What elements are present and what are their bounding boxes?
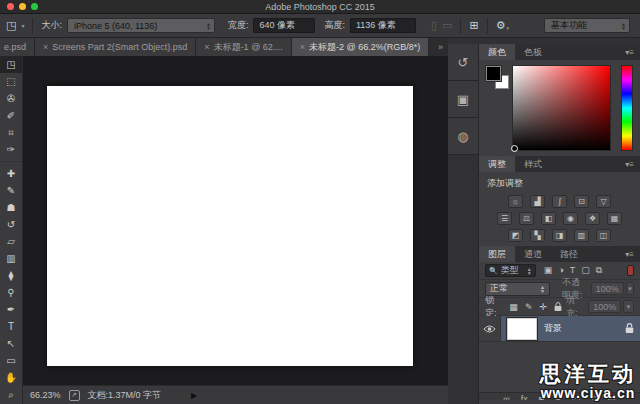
tab-close-icon[interactable]: × (43, 42, 48, 52)
tab-layers[interactable]: 图层 (479, 246, 515, 262)
hue-saturation-icon[interactable]: ☰ (497, 212, 512, 225)
layer-filter-toggle[interactable] (627, 265, 634, 276)
marquee-tool[interactable]: ⬚ (0, 73, 22, 90)
brush-tool[interactable]: ✎ (0, 182, 22, 199)
panel-menu-icon[interactable]: ▾≡ (619, 246, 640, 262)
path-selection-tool[interactable]: ↖ (0, 335, 22, 352)
invert-icon[interactable]: ◩ (508, 229, 523, 242)
layer-lock-icon[interactable] (625, 323, 634, 334)
move-artboard-tool-icon: ◳ (6, 60, 15, 70)
gradient-map-icon[interactable]: ▥ (574, 229, 589, 242)
tool-preset-caret-icon[interactable]: ▾ (21, 22, 24, 29)
tab-styles[interactable]: 样式 (515, 156, 551, 172)
spectrum-cursor[interactable] (511, 145, 518, 152)
eraser-tool[interactable]: ▱ (0, 233, 22, 250)
workspace-select[interactable]: 基本功能 ▲▼ (544, 18, 630, 33)
device-preview-panel-button[interactable]: ▣ (448, 81, 478, 118)
blur-tool[interactable]: ⧫ (0, 267, 22, 284)
type-layer-filter-icon[interactable]: T (570, 265, 576, 276)
status-popup-arrow-icon[interactable]: ▶ (191, 391, 197, 400)
width-input[interactable]: 640 像素 (253, 18, 315, 33)
gradient-tool[interactable]: ▥ (0, 250, 22, 267)
type-tool[interactable]: T (0, 318, 22, 335)
channel-mixer-icon[interactable]: ❖ (585, 212, 600, 225)
dodge-tool[interactable]: ⚲ (0, 284, 22, 301)
levels-icon[interactable]: ▟ (530, 195, 545, 208)
height-input[interactable]: 1136 像素 (350, 18, 416, 33)
clone-stamp-tool[interactable]: ☗ (0, 199, 22, 216)
history-panel-button[interactable]: ↺ (448, 44, 478, 81)
document-tab[interactable]: × 未标题-1 @ 62.... (196, 38, 291, 56)
shape-layer-filter-icon[interactable]: ▢ (581, 265, 590, 276)
adjustment-layer-filter-icon[interactable]: ◑ (558, 265, 563, 276)
artboard-tool-icon[interactable]: ◳ (6, 20, 16, 31)
tab-overflow-icon[interactable]: » (433, 38, 448, 56)
tab-channels[interactable]: 通道 (515, 246, 551, 262)
chevron-down-icon: ▼ (623, 300, 634, 313)
minimize-window-button[interactable] (19, 3, 26, 10)
pixel-layer-filter-icon[interactable]: ▣ (544, 265, 553, 276)
tab-paths[interactable]: 路径 (551, 246, 587, 262)
black-white-icon[interactable]: ◧ (541, 212, 556, 225)
crop-tool-icon: ⌗ (8, 128, 14, 138)
vibrance-icon[interactable]: ▽ (596, 195, 611, 208)
posterize-icon[interactable]: ▚ (530, 229, 545, 242)
pen-tool[interactable]: ✒ (0, 301, 22, 318)
document-tab-active[interactable]: × 未标题-2 @ 66.2%(RGB/8*) (292, 38, 429, 56)
zoom-tool[interactable]: ⌕ (0, 386, 22, 403)
color-balance-icon[interactable]: ⚖ (519, 212, 534, 225)
libraries-panel-button[interactable]: ◍ (448, 118, 478, 155)
threshold-icon[interactable]: ◨ (552, 229, 567, 242)
move-artboard-tool[interactable]: ◳ (0, 56, 22, 73)
lasso-tool[interactable]: ✇ (0, 90, 22, 107)
curves-icon[interactable]: ∫ (552, 195, 567, 208)
shape-tool[interactable]: ▭ (0, 352, 22, 369)
selective-color-icon[interactable]: ◫ (596, 229, 611, 242)
layer-effects-icon[interactable]: fx (521, 393, 528, 400)
artboard-size-select[interactable]: iPhone 5 (640, 1136) ▲▼ (67, 18, 215, 33)
add-artboard-icon[interactable]: ⊞ (469, 20, 478, 31)
history-brush-tool[interactable]: ↺ (0, 216, 22, 233)
layer-thumbnail[interactable] (507, 318, 537, 340)
foreground-color-swatch[interactable] (486, 66, 501, 81)
tab-color[interactable]: 颜色 (479, 44, 515, 60)
hue-slider[interactable] (621, 65, 633, 151)
crop-tool[interactable]: ⌗ (0, 124, 22, 141)
artboard-settings-button[interactable]: ⚙ ▾ (496, 20, 509, 31)
panel-menu-icon[interactable]: ▾≡ (619, 44, 640, 60)
tab-swatches[interactable]: 色板 (515, 44, 551, 60)
share-icon[interactable]: ↗ (69, 390, 80, 401)
foreground-background-swatches[interactable] (486, 66, 510, 90)
exposure-icon[interactable]: ⊡ (574, 195, 589, 208)
link-layers-icon[interactable]: ∞ (503, 393, 509, 400)
document-tab[interactable]: × Screens Part 2(Smart Object).psd (35, 38, 196, 56)
hand-tool[interactable]: ✋ (0, 369, 22, 386)
lock-all-icon[interactable] (554, 302, 562, 312)
color-spectrum[interactable] (512, 65, 611, 151)
brightness-contrast-icon[interactable]: ☼ (508, 195, 523, 208)
zoom-level-field[interactable]: 66.23% (30, 390, 61, 400)
smart-object-filter-icon[interactable]: ⧉ (596, 265, 602, 276)
lock-image-icon[interactable]: ✎ (525, 302, 533, 312)
panel-menu-icon[interactable]: ▾≡ (619, 156, 640, 172)
photo-filter-icon[interactable]: ◉ (563, 212, 578, 225)
tab-close-icon[interactable]: × (204, 42, 209, 52)
layer-row-background[interactable]: 背景 (479, 316, 640, 342)
color-lookup-icon[interactable]: ▦ (607, 212, 622, 225)
stepper-icon: ▲▼ (540, 285, 545, 293)
tab-close-icon[interactable]: × (300, 42, 305, 52)
zoom-window-button[interactable] (31, 3, 38, 10)
document-tab[interactable]: e.psd (0, 38, 35, 56)
tab-adjustments[interactable]: 调整 (479, 156, 515, 172)
lock-transparent-icon[interactable]: ▦ (509, 302, 518, 312)
quick-selection-tool[interactable]: ✐ (0, 107, 22, 124)
document-canvas[interactable] (47, 86, 413, 366)
close-window-button[interactable] (7, 3, 14, 10)
eyedropper-tool[interactable]: ✑ (0, 141, 22, 158)
lock-position-icon[interactable]: ✛ (539, 302, 547, 312)
blur-tool-icon: ⧫ (9, 271, 14, 281)
layer-filter-select[interactable]: 🔍 类型 ▲▼ (485, 264, 536, 277)
path-selection-tool-icon: ↖ (7, 339, 15, 349)
layer-visibility-toggle[interactable] (479, 316, 501, 341)
spot-healing-tool[interactable]: ✚ (0, 165, 22, 182)
